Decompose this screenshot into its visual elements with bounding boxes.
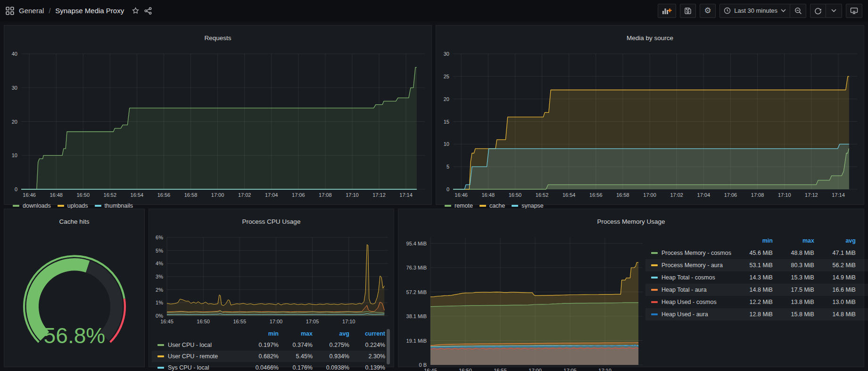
- legend-series-name[interactable]: User CPU - local: [152, 339, 245, 351]
- svg-text:16:58: 16:58: [184, 192, 198, 198]
- legend-scrollbar[interactable]: [387, 329, 390, 364]
- share-icon[interactable]: [144, 7, 152, 15]
- legend-column-header-max[interactable]: max: [279, 328, 313, 339]
- legend-stat-value: 0.176%: [279, 362, 313, 371]
- svg-text:17:02: 17:02: [238, 192, 251, 198]
- add-panel-button[interactable]: [658, 4, 676, 18]
- svg-text:10: 10: [12, 153, 17, 159]
- panel-title-media-by-source[interactable]: Media by source: [436, 31, 864, 45]
- breadcrumb-dashboard-title[interactable]: Synapse Media Proxy: [55, 7, 124, 15]
- legend-series-name[interactable]: Sys CPU - local: [152, 362, 245, 371]
- legend-stat-value: 0.197%: [245, 339, 279, 351]
- svg-text:16:56: 16:56: [589, 192, 603, 198]
- svg-text:0: 0: [446, 186, 449, 192]
- legend-stat-value: 0.275%: [313, 339, 349, 351]
- legend-series-name[interactable]: User CPU - remote: [152, 351, 245, 362]
- legend-series-name[interactable]: Process Memory - cosmos: [645, 247, 731, 259]
- zoom-out-icon: [794, 7, 802, 15]
- legend-column-header-min[interactable]: min: [245, 328, 279, 339]
- legend-label: Heap Used - cosmos: [661, 299, 717, 305]
- refresh-interval-dropdown[interactable]: [826, 4, 842, 18]
- legend-label: User CPU - remote: [168, 353, 218, 360]
- svg-text:17:06: 17:06: [292, 192, 305, 198]
- legend-series-name[interactable]: Heap Used - cosmos: [645, 296, 731, 308]
- svg-text:16:54: 16:54: [131, 192, 144, 198]
- legend-label: User CPU - local: [168, 342, 212, 348]
- top-nav: General / Synapse Media Proxy: [0, 0, 868, 21]
- legend-column-header-current[interactable]: current: [349, 328, 385, 339]
- svg-text:57.2 MiB: 57.2 MiB: [406, 289, 427, 295]
- legend-stat-value: 47.1 MiB: [814, 247, 856, 259]
- panel-title-process-memory[interactable]: Process Memory Usage: [398, 214, 864, 228]
- svg-text:17:00: 17:00: [529, 368, 542, 371]
- legend-stat-value: 16.6 MiB: [814, 284, 856, 296]
- svg-text:16:50: 16:50: [197, 319, 210, 324]
- legend-swatch: [651, 277, 658, 278]
- legend-series-name[interactable]: Process Memory - aura: [645, 259, 731, 271]
- kiosk-mode-button[interactable]: [846, 4, 862, 18]
- legend-series-name[interactable]: Heap Total - aura: [645, 284, 731, 296]
- svg-text:16:54: 16:54: [562, 192, 576, 198]
- process-memory-chart[interactable]: 16:4516:5016:5517:0017:0517:100 B19.1 Mi…: [398, 234, 645, 371]
- panel-title-requests[interactable]: Requests: [4, 31, 431, 45]
- save-dashboard-button[interactable]: [680, 4, 696, 18]
- legend-stat-value: 48.8 MiB: [856, 247, 868, 259]
- media-by-source-chart[interactable]: 16:4616:4816:5016:5216:5416:5616:5817:00…: [436, 50, 864, 200]
- legend-column-header-max[interactable]: max: [773, 235, 814, 247]
- panel-process-memory: Process Memory Usage 16:4516:5016:5517:0…: [398, 209, 864, 367]
- svg-text:17:00: 17:00: [643, 192, 656, 198]
- panel-process-cpu: Process CPU Usage 16:4516:5016:5517:0017…: [149, 209, 394, 367]
- legend-stat-value: 15.8 MiB: [773, 308, 814, 320]
- svg-text:30: 30: [12, 85, 17, 91]
- cache-hits-gauge: 56.8%: [4, 234, 144, 370]
- panel-title-process-cpu[interactable]: Process CPU Usage: [149, 214, 394, 228]
- legend-stat-value: 14.3 MiB: [731, 271, 773, 284]
- svg-text:17:10: 17:10: [598, 368, 612, 371]
- breadcrumb-folder[interactable]: General: [19, 7, 44, 15]
- legend-stat-value: 56.2 MiB: [814, 259, 856, 271]
- legend-stat-value: 0.139%: [349, 362, 385, 371]
- legend-stat-value: 12.2 MiB: [731, 296, 773, 308]
- svg-text:17:05: 17:05: [306, 319, 319, 324]
- svg-text:6%: 6%: [156, 235, 163, 240]
- legend-column-header-min[interactable]: min: [731, 235, 773, 247]
- requests-chart[interactable]: 16:4616:4816:5016:5216:5416:5616:5817:00…: [4, 50, 431, 200]
- process-cpu-chart[interactable]: 16:4516:5016:5517:0017:0517:100%1%2%3%4%…: [149, 234, 394, 326]
- legend-swatch: [157, 344, 164, 346]
- svg-text:20: 20: [12, 119, 17, 125]
- svg-text:16:48: 16:48: [482, 192, 495, 198]
- svg-text:17:12: 17:12: [372, 192, 386, 198]
- legend-swatch: [479, 205, 486, 207]
- panel-media-by-source: Media by source 16:4616:4816:5016:5216:5…: [436, 25, 864, 205]
- legend-label: Process Memory - aura: [661, 262, 723, 269]
- legend-swatch: [651, 301, 658, 303]
- svg-text:16:45: 16:45: [160, 319, 174, 324]
- legend-stat-value: 12.9 MiB: [856, 296, 868, 308]
- time-zoom-out-button[interactable]: [790, 4, 806, 18]
- svg-text:5%: 5%: [156, 248, 163, 253]
- legend-swatch: [651, 289, 658, 291]
- legend-header-spacer: [645, 235, 731, 247]
- breadcrumb-separator: /: [49, 7, 50, 15]
- legend-column-header-avg[interactable]: avg: [814, 235, 856, 247]
- apps-grid-icon[interactable]: [6, 7, 14, 15]
- refresh-button[interactable]: [810, 4, 826, 18]
- dashboard-settings-button[interactable]: ⚙: [700, 4, 716, 18]
- legend-series-name[interactable]: Heap Total - cosmos: [645, 271, 731, 284]
- legend-column-header-current[interactable]: current: [856, 235, 868, 247]
- star-icon[interactable]: [132, 7, 140, 15]
- refresh-icon: [814, 7, 822, 15]
- panel-title-cache-hits[interactable]: Cache hits: [4, 214, 144, 228]
- svg-text:5: 5: [446, 164, 449, 170]
- time-range-picker[interactable]: Last 30 minutes: [719, 4, 790, 18]
- svg-text:38.1 MiB: 38.1 MiB: [406, 313, 427, 319]
- svg-text:17:02: 17:02: [670, 192, 683, 198]
- legend-column-header-avg[interactable]: avg: [313, 328, 349, 339]
- legend-series-name[interactable]: Heap Used - aura: [645, 308, 731, 320]
- legend-swatch: [58, 205, 64, 207]
- svg-text:17:14: 17:14: [399, 192, 413, 198]
- legend-stat-value: 80.3 MiB: [773, 259, 814, 271]
- legend-stat-value: 80.3 MiB: [856, 259, 868, 271]
- svg-text:0%: 0%: [156, 313, 163, 319]
- svg-text:25: 25: [444, 74, 449, 79]
